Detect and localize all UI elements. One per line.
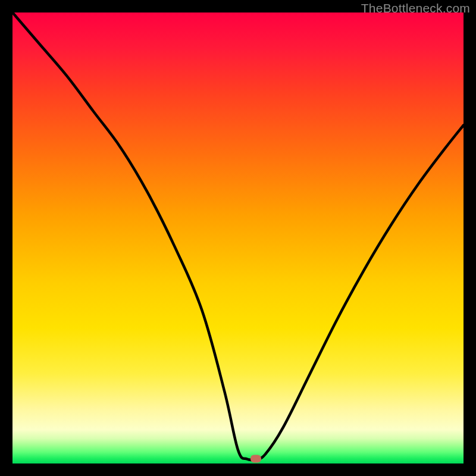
bottleneck-curve: [12, 12, 464, 464]
watermark-text: TheBottleneck.com: [361, 1, 470, 15]
plot-area: [12, 12, 464, 464]
optimal-point-marker: [250, 455, 261, 463]
chart-frame: TheBottleneck.com: [0, 0, 476, 476]
